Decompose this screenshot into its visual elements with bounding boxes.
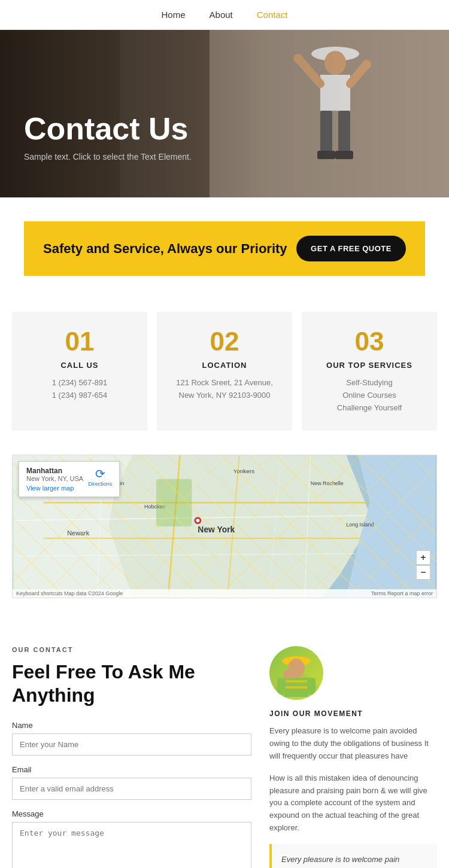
quote-box: Every pleasure is to welcome pain avoide… — [269, 844, 437, 868]
map-zoom-out[interactable]: − — [416, 565, 430, 580]
svg-line-25 — [14, 553, 435, 556]
message-label: Message — [12, 809, 251, 818]
card-03-title: OUR TOP SERVICES — [314, 361, 425, 370]
svg-rect-44 — [284, 680, 308, 683]
map-section: New York Newark Yonkers New Rochelle Pat… — [0, 455, 449, 634]
contact-para-1: Every pleasure is to welcome pain avoide… — [269, 725, 437, 762]
svg-text:New Rochelle: New Rochelle — [311, 480, 344, 486]
name-label: Name — [12, 721, 251, 730]
card-services: 03 OUR TOP SERVICES Self-Studying Online… — [302, 312, 437, 431]
hero-section: Contact Us Sample text. Click to select … — [0, 30, 449, 197]
svg-line-22 — [227, 455, 239, 598]
get-quote-button[interactable]: GET A FREE QUOTE — [296, 236, 406, 261]
svg-rect-45 — [284, 686, 308, 689]
svg-line-27 — [305, 455, 311, 598]
card-call-us: 01 CALL US 1 (234) 567-891 1 (234) 987-6… — [12, 312, 147, 431]
email-input[interactable] — [12, 778, 251, 800]
card-03-info: Self-Studying Online Courses Challenge Y… — [314, 377, 425, 414]
card-02-info: 121 Rock Sreet, 21 Avenue, New York, NY … — [169, 377, 280, 402]
card-02-number: 02 — [169, 328, 280, 355]
svg-line-24 — [14, 515, 435, 521]
name-field-group: Name — [12, 721, 251, 756]
svg-marker-18 — [109, 455, 370, 598]
svg-text:Hoboken: Hoboken — [144, 504, 166, 510]
contact-section: OUR CONTACT Feel Free To Ask Me Anything… — [0, 634, 449, 868]
svg-point-37 — [194, 517, 201, 525]
quote-text: Every pleasure is to welcome pain avoide… — [281, 855, 422, 868]
map-zoom-in[interactable]: + — [416, 550, 430, 565]
svg-text:Yonkers: Yonkers — [233, 468, 254, 474]
avatar — [269, 646, 323, 700]
our-contact-label: OUR CONTACT — [12, 646, 251, 653]
map-footer-right: Terms Report a map error — [371, 590, 433, 596]
card-03-number: 03 — [314, 328, 425, 355]
map-controls: + − — [416, 550, 430, 580]
contact-form-area: OUR CONTACT Feel Free To Ask Me Anything… — [12, 646, 251, 868]
contact-info-area: JOIN OUR MOVEMENT Every pleasure is to w… — [269, 646, 437, 868]
card-location: 02 LOCATION 121 Rock Sreet, 21 Avenue, N… — [157, 312, 292, 431]
svg-line-23 — [269, 455, 281, 598]
cards-row: 01 CALL US 1 (234) 567-891 1 (234) 987-6… — [12, 312, 437, 431]
avatar-image — [272, 649, 320, 697]
map-popup: Manhattan New York, NY, USA View larger … — [19, 461, 120, 497]
hero-subtitle: Sample text. Click to select the Text El… — [24, 152, 192, 162]
info-cards-section: 01 CALL US 1 (234) 567-891 1 (234) 987-6… — [0, 300, 449, 455]
contact-heading: Feel Free To Ask Me Anything — [12, 660, 251, 706]
svg-text:Newark: Newark — [67, 529, 89, 537]
hero-title: Contact Us — [24, 112, 192, 146]
svg-text:New York: New York — [198, 525, 235, 534]
nav-home[interactable]: Home — [162, 10, 186, 20]
map-view-larger[interactable]: View larger map — [26, 485, 83, 492]
name-input[interactable] — [12, 733, 251, 756]
card-01-info: 1 (234) 567-891 1 (234) 987-654 — [24, 377, 135, 402]
join-label: JOIN OUR MOVEMENT — [269, 709, 437, 718]
map-popup-sub: New York, NY, USA — [26, 475, 83, 482]
message-textarea[interactable] — [12, 822, 251, 868]
navigation: Home About Contact — [0, 0, 449, 30]
map-popup-title: Manhattan — [26, 467, 83, 475]
email-label: Email — [12, 765, 251, 774]
promo-banner: Safety and Service, Always our Priority … — [24, 221, 425, 276]
svg-point-38 — [196, 519, 199, 522]
email-field-group: Email — [12, 765, 251, 800]
card-01-number: 01 — [24, 328, 135, 355]
banner-text: Safety and Service, Always our Priority — [43, 241, 287, 257]
svg-rect-47 — [307, 678, 315, 695]
contact-para-2: How is all this mistaken idea of denounc… — [269, 772, 437, 835]
card-02-title: LOCATION — [169, 361, 280, 370]
nav-about[interactable]: About — [210, 10, 233, 20]
nav-contact[interactable]: Contact — [257, 10, 288, 20]
svg-point-48 — [283, 669, 293, 679]
svg-rect-46 — [277, 678, 286, 695]
map-container[interactable]: New York Newark Yonkers New Rochelle Pat… — [12, 455, 437, 598]
svg-text:Long Island: Long Island — [346, 522, 374, 528]
card-01-title: CALL US — [24, 361, 135, 370]
hero-content: Contact Us Sample text. Click to select … — [24, 112, 192, 162]
svg-line-21 — [168, 455, 180, 598]
message-field-group: Message — [12, 809, 251, 868]
map-footer-left: Keyboard shortcuts Map data ©2024 Google — [16, 590, 123, 596]
map-footer: Keyboard shortcuts Map data ©2024 Google… — [13, 589, 436, 598]
svg-rect-36 — [156, 479, 192, 526]
